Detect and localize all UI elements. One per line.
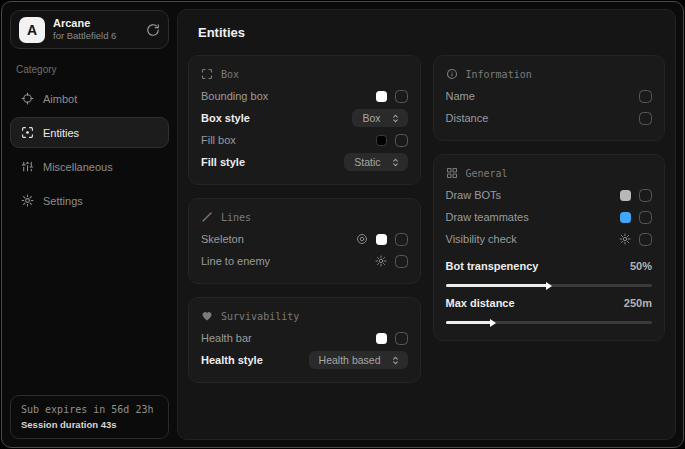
- survivability-card-header: Survivability: [201, 310, 408, 322]
- main-panel: Entities Box Bounding box: [177, 9, 676, 440]
- row-label: Health style: [201, 354, 309, 366]
- app-window: A Arcane for Battlefield 6 Category Aimb…: [1, 1, 684, 448]
- row-label: Max distance: [446, 297, 624, 309]
- slider-label-row: Bot transpenency 50%: [446, 255, 653, 277]
- checkbox[interactable]: [639, 90, 652, 103]
- color-swatch[interactable]: [620, 212, 631, 223]
- toggle-row: Line to enemy: [201, 250, 408, 272]
- row-label: Draw teammates: [446, 211, 621, 223]
- card-title: Lines: [221, 212, 251, 223]
- checkbox[interactable]: [639, 112, 652, 125]
- survivability-card: Survivability Health bar Health style He…: [188, 297, 421, 383]
- box-card: Box Bounding box Box style Box: [188, 55, 421, 185]
- gear-icon: [21, 194, 34, 207]
- checkbox[interactable]: [395, 332, 408, 345]
- fill-style-dropdown[interactable]: Static: [344, 153, 407, 171]
- checkbox[interactable]: [395, 255, 408, 268]
- toggle-row: Distance: [446, 107, 653, 129]
- color-swatch[interactable]: [376, 333, 387, 344]
- sidebar-item-settings[interactable]: Settings: [10, 185, 169, 216]
- row-label: Draw BOTs: [446, 189, 621, 201]
- general-card: General Draw BOTs Draw teammates: [433, 154, 666, 341]
- lines-card-header: Lines: [201, 211, 408, 223]
- bot-transparency-slider[interactable]: [446, 284, 653, 287]
- checkbox[interactable]: [395, 134, 408, 147]
- slider-thumb[interactable]: [546, 282, 552, 290]
- health-style-dropdown[interactable]: Health based: [309, 351, 408, 369]
- app-name: Arcane: [53, 17, 138, 31]
- card-title: Information: [466, 69, 532, 80]
- checkbox[interactable]: [395, 233, 408, 246]
- dropdown-value: Box: [362, 112, 380, 124]
- box-card-header: Box: [201, 68, 408, 80]
- left-column: Box Bounding box Box style Box: [188, 55, 421, 383]
- crosshair-icon: [21, 92, 34, 105]
- info-icon: [446, 68, 458, 80]
- visibility-icon[interactable]: [356, 233, 368, 245]
- row-label: Skeleton: [201, 233, 356, 245]
- sliders-icon: [21, 160, 34, 173]
- row-label: Name: [446, 90, 640, 102]
- app-meta: Arcane for Battlefield 6: [53, 17, 138, 43]
- row-label: Bot transpenency: [446, 260, 630, 272]
- dropdown-row: Health style Health based: [201, 349, 408, 371]
- checkbox[interactable]: [395, 90, 408, 103]
- sidebar-item-label: Settings: [43, 195, 83, 207]
- color-swatch[interactable]: [376, 135, 387, 146]
- sidebar-item-entities[interactable]: Entities: [10, 117, 169, 148]
- sidebar-item-miscellaneous[interactable]: Miscellaneous: [10, 151, 169, 182]
- color-swatch[interactable]: [376, 91, 387, 102]
- slider-label-row: Max distance 250m: [446, 292, 653, 314]
- information-card-header: Information: [446, 68, 653, 80]
- chevrons-updown-icon: [390, 113, 401, 124]
- toggle-row: Skeleton: [201, 228, 408, 250]
- information-card: Information Name Distance: [433, 55, 666, 141]
- sidebar-item-aimbot[interactable]: Aimbot: [10, 83, 169, 114]
- bot-transparency-group: Bot transpenency 50%: [446, 255, 653, 287]
- checkbox[interactable]: [639, 233, 652, 246]
- gear-icon[interactable]: [619, 233, 631, 245]
- slider-value: 250m: [624, 297, 652, 309]
- category-label: Category: [16, 64, 163, 75]
- row-label: Fill box: [201, 134, 376, 146]
- subscription-card: Sub expires in 56d 23h Session duration …: [10, 395, 169, 439]
- checkbox[interactable]: [639, 211, 652, 224]
- color-swatch[interactable]: [620, 190, 631, 201]
- general-card-header: General: [446, 167, 653, 179]
- slider-fill: [446, 321, 493, 324]
- slider-value: 50%: [630, 260, 652, 272]
- dropdown-value: Health based: [319, 354, 381, 366]
- row-label: Visibility check: [446, 233, 620, 245]
- right-column: Information Name Distance: [433, 55, 666, 383]
- max-distance-group: Max distance 250m: [446, 292, 653, 324]
- heart-icon: [201, 310, 213, 322]
- grid-icon: [446, 167, 458, 179]
- sidebar-item-label: Aimbot: [43, 93, 77, 105]
- slider-thumb[interactable]: [490, 319, 496, 327]
- sidebar: A Arcane for Battlefield 6 Category Aimb…: [2, 2, 177, 447]
- row-label: Box style: [201, 112, 352, 124]
- toggle-row: Fill box: [201, 129, 408, 151]
- session-duration-text: Session duration 43s: [21, 419, 158, 430]
- chevrons-updown-icon: [390, 157, 401, 168]
- dropdown-value: Static: [354, 156, 380, 168]
- scan-eye-icon: [21, 126, 34, 139]
- sub-expiry-text: Sub expires in 56d 23h: [21, 404, 158, 415]
- card-title: Box: [221, 69, 239, 80]
- app-subtitle: for Battlefield 6: [53, 30, 138, 42]
- toggle-row: Bounding box: [201, 85, 408, 107]
- diagonal-line-icon: [201, 211, 213, 223]
- box-style-dropdown[interactable]: Box: [352, 109, 407, 127]
- max-distance-slider[interactable]: [446, 321, 653, 324]
- color-swatch[interactable]: [376, 234, 387, 245]
- toggle-row: Name: [446, 85, 653, 107]
- app-header-card: A Arcane for Battlefield 6: [10, 10, 169, 49]
- checkbox[interactable]: [639, 189, 652, 202]
- card-title: Survivability: [221, 311, 299, 322]
- sync-icon[interactable]: [146, 23, 160, 37]
- row-label: Fill style: [201, 156, 344, 168]
- toggle-row: Health bar: [201, 327, 408, 349]
- dropdown-row: Box style Box: [201, 107, 408, 129]
- gear-icon[interactable]: [375, 255, 387, 267]
- row-label: Health bar: [201, 332, 376, 344]
